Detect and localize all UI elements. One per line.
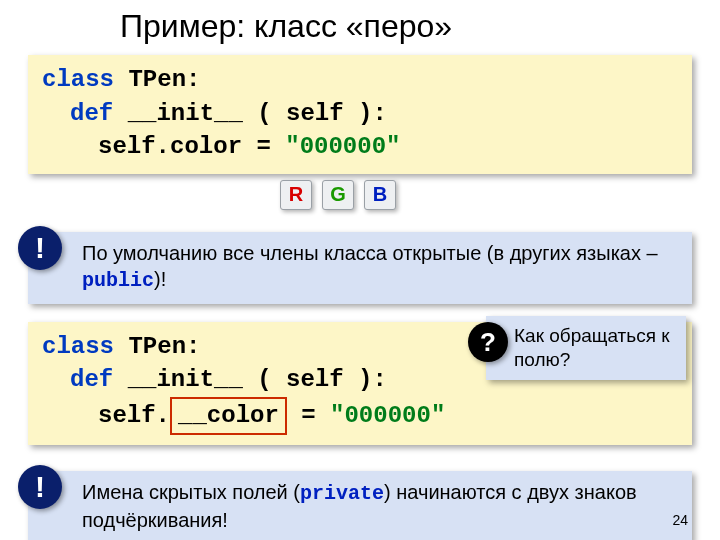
rgb-chip-b: B — [364, 180, 396, 210]
exclaim-icon: ! — [18, 226, 62, 270]
note-public: ! По умолчанию все члены класса открытые… — [28, 232, 692, 304]
method-name: __init__ — [128, 366, 243, 393]
rgb-chip-r: R — [280, 180, 312, 210]
class-name: TPen: — [128, 66, 200, 93]
side-note-text: Как обращаться к полю? — [514, 325, 670, 370]
string-literal: "000000" — [285, 133, 400, 160]
op-eq: = — [256, 133, 270, 160]
kw-class: class — [42, 66, 114, 93]
note-text-post: )! — [154, 268, 166, 290]
exclaim-icon: ! — [18, 465, 62, 509]
class-name: TPen: — [128, 333, 200, 360]
self-ref: self. — [98, 133, 170, 160]
method-name: __init__ — [128, 100, 243, 127]
rgb-chip-g: G — [322, 180, 354, 210]
page-number: 24 — [672, 512, 688, 528]
string-literal: "000000" — [330, 402, 445, 429]
method-params: ( self ): — [257, 100, 387, 127]
rgb-annotation: R G B — [0, 180, 720, 218]
kw-private: private — [300, 482, 384, 505]
field-name: color — [170, 133, 242, 160]
op-eq: = — [301, 402, 315, 429]
method-params: ( self ): — [257, 366, 387, 393]
side-note-question: ? Как обращаться к полю? — [486, 316, 686, 380]
note-text-pre: Имена скрытых полей ( — [82, 481, 300, 503]
kw-def: def — [70, 366, 113, 393]
question-icon: ? — [468, 322, 508, 362]
code-block-1: class TPen: def __init__ ( self ): self.… — [28, 55, 692, 174]
kw-def: def — [70, 100, 113, 127]
note-text-pre: По умолчанию все члены класса открытые (… — [82, 242, 658, 264]
note-private: ! Имена скрытых полей (private) начинают… — [28, 471, 692, 540]
slide-title: Пример: класс «перо» — [0, 0, 720, 55]
kw-public: public — [82, 269, 154, 292]
self-ref: self. — [98, 402, 170, 429]
kw-class: class — [42, 333, 114, 360]
private-field-box: __color — [170, 397, 287, 435]
